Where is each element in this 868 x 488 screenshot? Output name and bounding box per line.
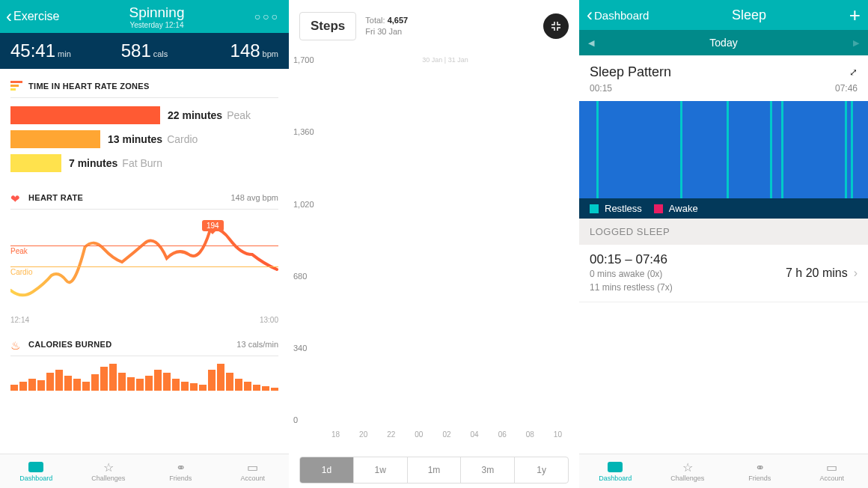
tab-friends[interactable]: ⚭ Friends <box>144 454 217 488</box>
tab-account[interactable]: ▭ Account <box>217 454 290 488</box>
hr-peak-badge: 194 <box>202 220 224 231</box>
exercise-subtitle: Yesterday 12:14 <box>59 21 254 29</box>
restless-segment <box>770 101 772 198</box>
calories-chart <box>10 364 278 391</box>
sleep-start: 00:15 <box>590 83 612 94</box>
x-tick: 20 <box>349 430 377 439</box>
x-tick: 18 <box>322 430 349 439</box>
sleep-panel: ‹ Dashboard Sleep + ◀ Today ▶ Sleep Patt… <box>579 0 868 488</box>
y-tick: 0 <box>293 415 298 424</box>
chevron-right-icon: › <box>854 266 858 280</box>
range-selector: 1d1w1m3m1y <box>299 457 569 484</box>
tab-dashboard[interactable]: Dashboard <box>579 454 652 488</box>
exercise-stats: 45:41min581cals148bpm <box>0 33 289 69</box>
zone-name: Cardio <box>167 133 198 145</box>
zone-bar <box>10 130 100 148</box>
range-tab-3m[interactable]: 3m <box>461 457 515 483</box>
heart-icon: ❤ <box>10 192 22 203</box>
metric-selector[interactable]: Steps <box>299 12 356 40</box>
tab-friends[interactable]: ⚭ Friends <box>724 454 796 488</box>
hr-end-time: 13:00 <box>260 316 278 324</box>
hr-avg: 148 avg bpm <box>230 193 278 202</box>
awake-swatch <box>654 204 663 213</box>
dashboard-icon <box>27 460 45 474</box>
legend-restless: Restless <box>605 203 642 214</box>
tab-challenges[interactable]: ☆ Challenges <box>73 454 145 488</box>
log-range: 00:15 – 07:46 <box>590 252 786 267</box>
friends-icon: ⚭ <box>171 460 189 474</box>
restless-segment <box>845 101 847 198</box>
prev-day-icon[interactable]: ◀ <box>588 38 594 48</box>
range-tab-1m[interactable]: 1m <box>408 457 462 483</box>
peak-threshold: Peak <box>10 245 278 255</box>
total-label: Total: <box>365 16 385 25</box>
fullscreen-button[interactable] <box>543 13 569 39</box>
y-tick: 1,020 <box>293 200 314 209</box>
x-tick: 22 <box>377 430 405 439</box>
steps-date: Fri 30 Jan <box>365 26 408 37</box>
account-icon: ▭ <box>244 460 262 474</box>
cal-title: CALORIES BURNED <box>28 340 111 349</box>
tab-bar: Dashboard ☆ Challenges ⚭ Friends ▭ Accou… <box>0 454 289 488</box>
x-tick: 00 <box>405 430 433 439</box>
range-tab-1d[interactable]: 1d <box>300 457 354 483</box>
zone-bar <box>10 154 61 172</box>
svg-rect-2 <box>10 88 16 91</box>
zone-minutes: 13 minutes <box>108 133 162 145</box>
add-icon[interactable]: + <box>849 4 861 27</box>
restless-segment <box>596 101 599 198</box>
hr-chart: Peak Cardio 194 <box>10 217 278 314</box>
steps-chart: 03406801,0201,3601,700 30 Jan | 31 Jan 1… <box>289 52 579 443</box>
back-chevron-icon[interactable]: ‹ <box>6 6 12 27</box>
range-tab-1w[interactable]: 1w <box>354 457 408 483</box>
back-label[interactable]: Dashboard <box>594 9 649 22</box>
friends-icon: ⚭ <box>751 460 768 474</box>
more-icon[interactable]: ○○○ <box>254 10 280 22</box>
stat-unit: min <box>58 49 71 58</box>
log-duration: 7 h 20 mins <box>786 266 848 280</box>
hr-title: HEART RATE <box>28 193 83 202</box>
svg-rect-1 <box>10 85 19 87</box>
exercise-header: ‹ Exercise Spinning Yesterday 12:14 ○○○ <box>0 0 289 33</box>
tab-challenges[interactable]: ☆ Challenges <box>652 454 724 488</box>
stat-value: 45:41 <box>10 40 55 61</box>
stat-value: 581 <box>121 40 151 61</box>
zone-name: Peak <box>227 109 251 121</box>
flame-icon: ♨ <box>10 339 22 350</box>
zone-minutes: 7 minutes <box>69 157 117 169</box>
tab-bar: Dashboard ☆ Challenges ⚭ Friends ▭ Accou… <box>579 454 868 488</box>
exercise-title: Spinning <box>59 4 254 21</box>
x-tick: 02 <box>433 430 460 439</box>
log-restless: 11 mins restless (7x) <box>590 281 786 294</box>
compress-icon <box>551 21 561 31</box>
zones-title: TIME IN HEART RATE ZONES <box>28 82 150 91</box>
stat-unit: bpm <box>263 49 278 58</box>
zone-row: 13 minutesCardio <box>10 129 278 149</box>
steps-panel: Steps Total: 4,657 Fri 30 Jan 03406801,0… <box>289 0 579 488</box>
back-chevron-icon[interactable]: ‹ <box>587 4 593 25</box>
zone-row: 22 minutesPeak <box>10 106 278 125</box>
tab-dashboard[interactable]: Dashboard <box>0 454 73 488</box>
x-tick: 06 <box>489 430 516 439</box>
logged-sleep-header: LOGGED SLEEP <box>579 219 868 245</box>
restless-swatch <box>590 204 599 213</box>
tab-account[interactable]: ▭ Account <box>796 454 869 488</box>
account-icon: ▭ <box>823 460 841 474</box>
y-tick: 680 <box>293 272 307 281</box>
range-tab-1y[interactable]: 1y <box>515 457 568 483</box>
sleep-pattern-chart <box>579 101 868 198</box>
hr-line-chart <box>10 217 278 314</box>
restless-segment <box>781 101 783 198</box>
restless-segment <box>851 101 853 198</box>
zone-bar <box>10 106 160 124</box>
next-day-icon[interactable]: ▶ <box>853 38 859 48</box>
sleep-title: Sleep <box>649 7 849 23</box>
sleep-log-item[interactable]: 00:15 – 07:46 0 mins awake (0x) 11 mins … <box>579 245 868 302</box>
x-tick: 04 <box>461 430 489 439</box>
y-tick: 1,700 <box>293 55 314 64</box>
day-label: Today <box>594 37 853 49</box>
sleep-end: 07:46 <box>835 83 858 94</box>
expand-icon[interactable]: ⤢ <box>849 67 858 78</box>
back-label[interactable]: Exercise <box>13 10 59 23</box>
restless-segment <box>680 101 682 198</box>
